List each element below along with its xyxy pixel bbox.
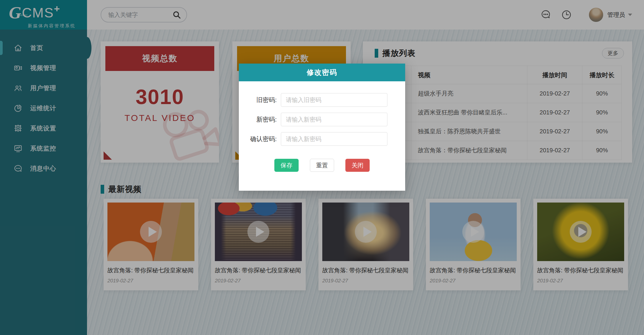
- old-password-label: 旧密码:: [239, 96, 277, 104]
- confirm-password-row: 确认密码:: [239, 132, 405, 146]
- confirm-password-label: 确认密码:: [239, 135, 277, 143]
- confirm-password-field[interactable]: [281, 132, 387, 146]
- new-password-label: 新密码:: [239, 115, 277, 124]
- reset-button[interactable]: 重置: [310, 159, 334, 172]
- close-button[interactable]: 关闭: [345, 159, 370, 172]
- save-button[interactable]: 保存: [274, 159, 299, 172]
- old-password-row: 旧密码:: [239, 93, 405, 107]
- change-password-modal: 修改密码 旧密码: 新密码: 确认密码: 保存 重置 关闭: [239, 64, 405, 191]
- modal-actions: 保存 重置 关闭: [239, 159, 405, 172]
- old-password-field[interactable]: [281, 93, 387, 107]
- app-root: G CMS + power 新媒体内容管理系统 首页 视频管理: [0, 0, 644, 335]
- new-password-row: 新密码:: [239, 113, 405, 126]
- new-password-field[interactable]: [281, 113, 387, 126]
- modal-title: 修改密码: [239, 64, 405, 81]
